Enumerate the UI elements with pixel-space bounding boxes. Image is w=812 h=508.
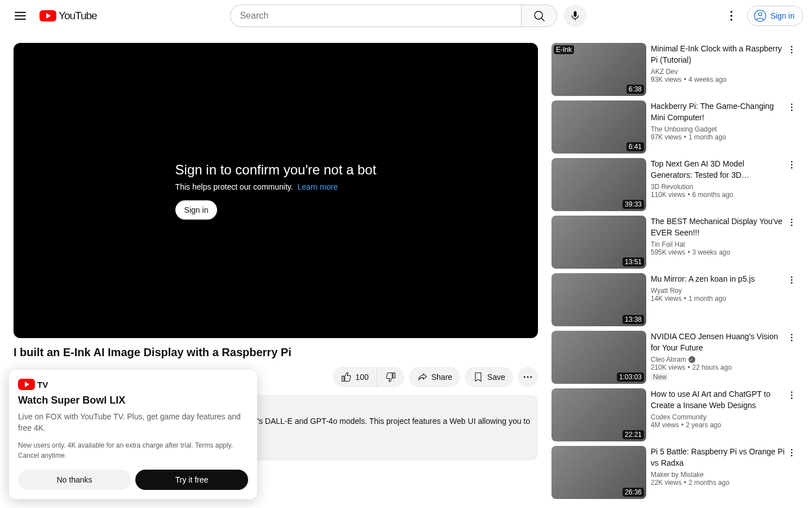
related-video[interactable]: 13:51The BEST Mechanical Display You've … — [551, 216, 798, 269]
youtube-logo[interactable]: YouTube — [39, 10, 97, 22]
related-meta: 210K views22 hours ago — [651, 364, 785, 371]
related-item-menu[interactable] — [785, 158, 798, 172]
svg-point-0 — [535, 11, 542, 19]
svg-point-8 — [527, 376, 529, 378]
related-title: How to use AI Art and ChatGPT to Create … — [651, 388, 785, 411]
settings-menu-button[interactable] — [720, 5, 743, 27]
ellipsis-icon — [522, 371, 533, 383]
related-info: Mu Mirror: A zen koan in p5.jsWyatt Roy1… — [651, 273, 798, 326]
bookmark-icon — [473, 371, 484, 383]
related-item-menu[interactable] — [785, 273, 798, 287]
svg-point-33 — [791, 455, 793, 457]
search-icon — [532, 9, 546, 23]
svg-point-7 — [524, 376, 526, 378]
svg-point-23 — [791, 279, 793, 281]
related-meta: 22K views2 months ago — [651, 479, 785, 487]
like-dislike-group: 100 — [333, 367, 404, 387]
kebab-icon — [725, 9, 738, 23]
kebab-icon — [787, 102, 797, 112]
play-icon — [39, 10, 56, 21]
voice-search-button[interactable] — [564, 5, 586, 27]
player-overlay: Sign in to confirm you're not a bot This… — [175, 162, 377, 220]
overlay-signin-button[interactable]: Sign in — [175, 200, 218, 220]
dislike-button[interactable] — [377, 367, 404, 387]
related-channel: 3D Revolution — [651, 183, 785, 191]
related-meta: 110K views6 months ago — [651, 191, 785, 199]
svg-point-29 — [791, 395, 793, 396]
video-title: I built an E-Ink AI Image Display with a… — [14, 346, 538, 359]
overlay-title: Sign in to confirm you're not a bot — [175, 162, 377, 178]
svg-point-17 — [791, 164, 793, 166]
related-thumbnail: 39:33 — [551, 158, 646, 211]
related-video[interactable]: 1:03:03NVIDIA CEO Jensen Huang's Vision … — [551, 331, 798, 384]
signin-button[interactable]: Sign in — [747, 6, 803, 26]
related-item-menu[interactable] — [785, 100, 798, 114]
header-right: Sign in — [720, 5, 803, 27]
share-icon — [417, 371, 428, 383]
related-thumbnail: 26:36 — [551, 446, 646, 499]
related-video[interactable]: 26:36Pi 5 Battle: Raspberry Pi vs Orange… — [551, 446, 798, 499]
save-button[interactable]: Save — [465, 367, 513, 387]
svg-point-31 — [791, 449, 793, 450]
share-button[interactable]: Share — [409, 367, 460, 387]
related-video[interactable]: 22:21How to use AI Art and ChatGPT to Cr… — [551, 388, 798, 441]
svg-point-20 — [791, 222, 793, 224]
related-thumbnail: 6:41 — [551, 100, 646, 154]
search-input[interactable] — [230, 5, 521, 27]
promo-brand: TV — [37, 380, 48, 389]
svg-point-4 — [730, 19, 732, 20]
kebab-icon — [787, 390, 797, 400]
promo-title: Watch Super Bowl LIX — [18, 395, 248, 406]
related-video[interactable]: 39:33Top Next Gen AI 3D Model Generators… — [551, 158, 798, 211]
related-channel: Tin Foil Hat — [651, 240, 785, 248]
related-meta: 4M views2 years ago — [651, 421, 785, 429]
related-item-menu[interactable] — [785, 388, 798, 402]
kebab-icon — [787, 275, 797, 285]
related-info: Hackberry Pi: The Game-Changing Mini Com… — [651, 100, 798, 154]
related-item-menu[interactable] — [785, 216, 798, 229]
related-info: How to use AI Art and ChatGPT to Create … — [651, 388, 798, 441]
related-title: The BEST Mechanical Display You've EVER … — [651, 216, 785, 238]
related-channel: Maker by Mistake — [651, 471, 785, 479]
related-item-menu[interactable] — [785, 43, 798, 56]
related-item-menu[interactable] — [785, 331, 798, 344]
related-meta: 93K views4 weeks ago — [651, 76, 785, 84]
duration-badge: 26:36 — [623, 488, 644, 497]
svg-rect-1 — [574, 11, 577, 17]
related-meta: 97K views1 month ago — [651, 133, 785, 141]
svg-point-13 — [791, 103, 793, 105]
more-actions-button[interactable] — [518, 367, 538, 387]
related-info: Minimal E-Ink Clock with a Raspberry Pi … — [651, 43, 798, 96]
svg-point-11 — [791, 49, 793, 51]
svg-point-30 — [791, 397, 793, 399]
user-icon — [753, 9, 767, 23]
kebab-icon — [787, 160, 797, 170]
svg-point-10 — [791, 46, 793, 47]
hamburger-icon — [14, 9, 27, 23]
promo-fine-print: New users only. 4K available for an extr… — [18, 440, 248, 461]
duration-badge: 1:03:03 — [617, 373, 644, 382]
learn-more-link[interactable]: Learn more — [298, 182, 338, 191]
related-video[interactable]: E-Ink6:38Minimal E-Ink Clock with a Rasp… — [551, 43, 798, 96]
related-video[interactable]: 6:41Hackberry Pi: The Game-Changing Mini… — [551, 100, 798, 154]
related-item-menu[interactable] — [785, 446, 798, 459]
related-video[interactable]: 13:38Mu Mirror: A zen koan in p5.jsWyatt… — [551, 273, 798, 326]
related-channel: The Unboxing Gadget — [651, 125, 785, 133]
related-thumbnail: 13:38 — [551, 273, 646, 326]
video-player[interactable]: Sign in to confirm you're not a bot This… — [14, 43, 538, 338]
svg-point-25 — [791, 334, 793, 335]
search-button[interactable] — [521, 5, 557, 27]
promo-logo: TV — [18, 379, 248, 390]
duration-badge: 13:38 — [623, 315, 644, 324]
related-title: NVIDIA CEO Jensen Huang's Vision for You… — [651, 331, 785, 353]
duration-badge: 13:51 — [623, 257, 644, 266]
kebab-icon — [787, 45, 797, 55]
svg-point-9 — [530, 376, 532, 378]
svg-point-14 — [791, 107, 793, 108]
signin-label: Sign in — [770, 11, 795, 20]
play-icon — [18, 379, 35, 390]
guide-menu-button[interactable] — [9, 5, 32, 27]
no-thanks-button[interactable]: No thanks — [18, 470, 131, 490]
try-it-free-button[interactable]: Try it free — [135, 470, 248, 490]
like-button[interactable]: 100 — [333, 367, 377, 387]
